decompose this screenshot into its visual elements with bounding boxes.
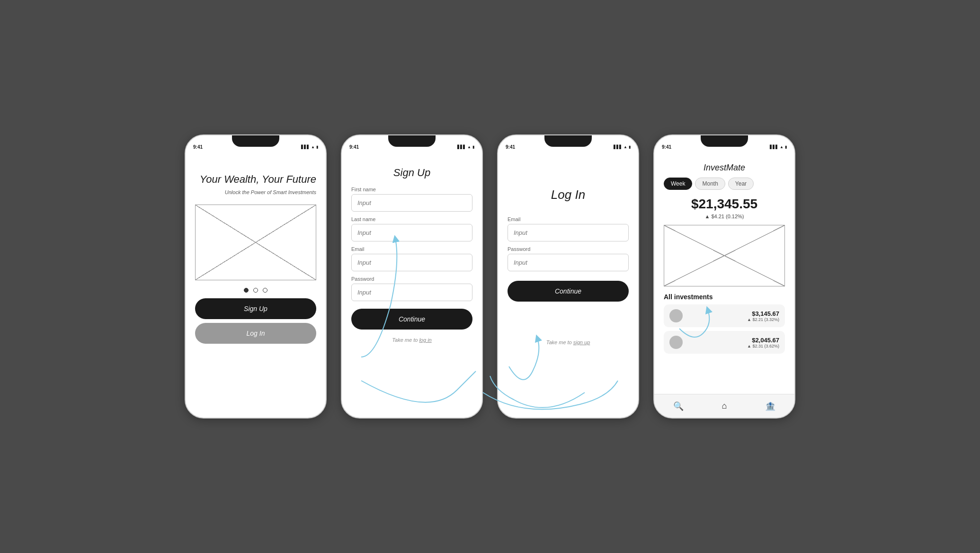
status-bar-2: 9:41 ▋▋▋ ▲ ▮ [342, 135, 482, 154]
tab-week[interactable]: Week [664, 178, 692, 190]
screen-signup: 9:41 ▋▋▋ ▲ ▮ Sign Up First name Last nam… [341, 134, 483, 419]
dot-2[interactable] [253, 288, 258, 293]
signup-continue-button[interactable]: Continue [351, 309, 472, 330]
login-password-input[interactable] [508, 254, 629, 271]
email-label: Email [351, 246, 472, 252]
status-bar-1: 9:41 ▋▋▋ ▲ ▮ [186, 135, 326, 154]
login-email-group: Email [508, 216, 629, 241]
login-email-label: Email [508, 216, 629, 222]
login-password-group: Password [508, 246, 629, 271]
signup-title: Sign Up [351, 167, 472, 179]
time-2: 9:41 [349, 144, 359, 150]
chart-placeholder [664, 225, 785, 286]
pagination-dots [195, 288, 316, 293]
password-field-group: Password [351, 276, 472, 301]
welcome-subtitle: Unlock the Power of Smart Investments [195, 189, 316, 195]
signal-icon-2: ▋▋▋ [457, 145, 466, 149]
welcome-title: Your Wealth, Your Future [195, 173, 316, 186]
signup-link[interactable]: sign up [573, 339, 590, 345]
screen-welcome: 9:41 ▋▋▋ ▲ ▮ Your Wealth, Your Future Un… [185, 134, 327, 419]
investment-amount-2: $2,045.67 [747, 337, 779, 344]
wifi-icon-3: ▲ [624, 145, 627, 149]
all-investments-label: All investments [664, 293, 785, 301]
wifi-icon: ▲ [311, 145, 315, 149]
investment-change-2: ▲ $2.31 (3.62%) [747, 344, 779, 348]
battery-icon-2: ▮ [472, 145, 474, 149]
tab-month[interactable]: Month [695, 178, 725, 190]
wifi-icon-2: ▲ [467, 145, 471, 149]
lastname-field-group: Last name [351, 216, 472, 241]
email-field-group: Email [351, 246, 472, 271]
dot-3[interactable] [263, 288, 267, 293]
wifi-icon-4: ▲ [780, 145, 784, 149]
status-icons-2: ▋▋▋ ▲ ▮ [457, 145, 474, 149]
bottom-navigation: 🔍 ⌂ 🏦 [654, 394, 794, 418]
lastname-label: Last name [351, 216, 472, 222]
bank-nav-icon[interactable]: 🏦 [765, 401, 775, 411]
investment-avatar-1 [669, 309, 683, 322]
notch-4 [701, 135, 748, 147]
screens-container: 9:41 ▋▋▋ ▲ ▮ Your Wealth, Your Future Un… [185, 134, 795, 419]
login-button[interactable]: Log In [195, 323, 316, 344]
signal-icon-4: ▋▋▋ [770, 145, 778, 149]
dot-1[interactable] [244, 288, 249, 293]
investment-values-1: $3,145.67 ▲ $2.21 (3.32%) [747, 310, 779, 322]
signup-content: Sign Up First name Last name Email Passw… [342, 154, 482, 418]
login-email-input[interactable] [508, 224, 629, 241]
screen-login: 9:41 ▋▋▋ ▲ ▮ Log In Email Password Conti… [497, 134, 639, 419]
login-link-text: Take me to sign up [508, 339, 629, 345]
signal-icon: ▋▋▋ [301, 145, 310, 149]
firstname-field-group: First name [351, 187, 472, 212]
firstname-input[interactable] [351, 194, 472, 212]
notch-2 [388, 135, 436, 147]
status-icons-3: ▋▋▋ ▲ ▮ [614, 145, 631, 149]
signup-button[interactable]: Sign Up [195, 298, 316, 319]
investment-values-2: $2,045.67 ▲ $2.31 (3.62%) [747, 337, 779, 348]
login-continue-button[interactable]: Continue [508, 281, 629, 302]
balance-change: ▲ $4.21 (0.12%) [664, 214, 785, 219]
welcome-content: Your Wealth, Your Future Unlock the Powe… [186, 154, 326, 418]
welcome-image [195, 205, 316, 280]
balance-display: $21,345.55 [664, 196, 785, 212]
app-title: InvestMate [664, 163, 785, 173]
investment-change-1: ▲ $2.21 (3.32%) [747, 317, 779, 322]
screen-dashboard: 9:41 ▋▋▋ ▲ ▮ InvestMate Week Month Year … [653, 134, 795, 419]
signup-link-text: Take me to log in [351, 337, 472, 343]
status-bar-4: 9:41 ▋▋▋ ▲ ▮ [654, 135, 794, 154]
email-input[interactable] [351, 254, 472, 271]
battery-icon: ▮ [316, 145, 318, 149]
time-3: 9:41 [506, 144, 515, 150]
status-bar-3: 9:41 ▋▋▋ ▲ ▮ [498, 135, 638, 154]
firstname-label: First name [351, 187, 472, 192]
login-password-label: Password [508, 246, 629, 252]
time-4: 9:41 [662, 144, 671, 150]
battery-icon-4: ▮ [785, 145, 787, 149]
login-content: Log In Email Password Continue Take me t… [498, 154, 638, 418]
investment-item-2[interactable]: $2,045.67 ▲ $2.31 (3.62%) [664, 331, 785, 354]
time-1: 9:41 [193, 144, 203, 150]
home-nav-icon[interactable]: ⌂ [722, 401, 727, 411]
search-nav-icon[interactable]: 🔍 [673, 401, 684, 411]
battery-icon-3: ▮ [629, 145, 631, 149]
lastname-input[interactable] [351, 224, 472, 241]
notch-3 [544, 135, 592, 147]
login-title: Log In [508, 187, 629, 202]
period-tabs: Week Month Year [664, 178, 785, 190]
investment-avatar-2 [669, 336, 683, 349]
investment-amount-1: $3,145.67 [747, 310, 779, 317]
password-label: Password [351, 276, 472, 282]
signal-icon-3: ▋▋▋ [614, 145, 622, 149]
notch-1 [232, 135, 279, 147]
login-link[interactable]: log in [419, 337, 431, 343]
password-input[interactable] [351, 284, 472, 301]
investment-item-1[interactable]: $3,145.67 ▲ $2.21 (3.32%) [664, 304, 785, 327]
status-icons-4: ▋▋▋ ▲ ▮ [770, 145, 787, 149]
dashboard-content: InvestMate Week Month Year $21,345.55 ▲ … [654, 154, 794, 418]
status-icons-1: ▋▋▋ ▲ ▮ [301, 145, 318, 149]
tab-year[interactable]: Year [728, 178, 754, 190]
